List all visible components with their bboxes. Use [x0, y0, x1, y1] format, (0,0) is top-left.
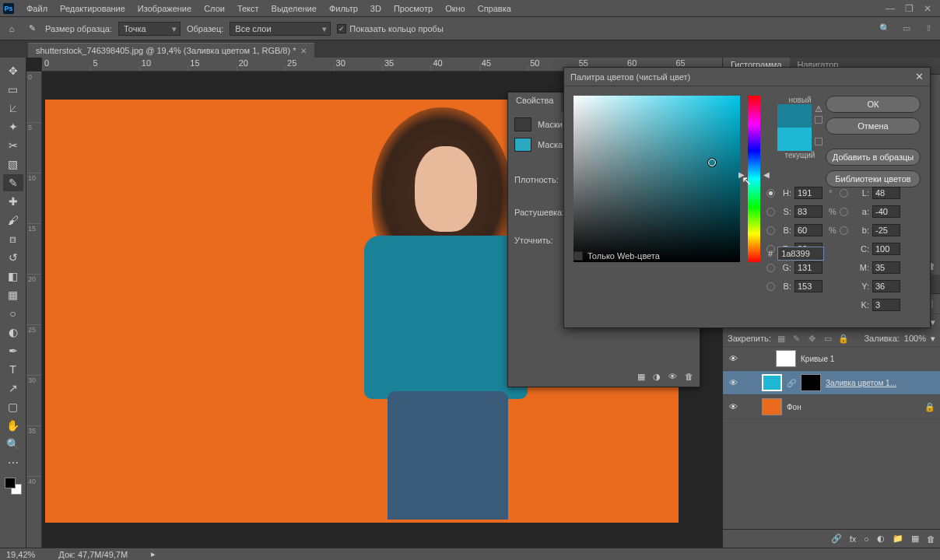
visibility-icon[interactable]: 👁	[728, 354, 738, 363]
link-icon[interactable]: 🔗	[787, 379, 796, 387]
lock-all-icon[interactable]: 🔒	[838, 333, 849, 344]
text-tool-icon[interactable]: T	[3, 361, 23, 378]
m-field[interactable]	[872, 261, 900, 274]
fg-color-swatch[interactable]	[5, 478, 16, 488]
gradient-tool-icon[interactable]: ▦	[3, 286, 23, 303]
tab-properties[interactable]: Свойства	[508, 93, 561, 111]
hue-slider[interactable]	[748, 96, 760, 262]
workspace-icon[interactable]: ▭	[900, 22, 914, 36]
menu-window[interactable]: Окно	[439, 0, 472, 17]
saturation-brightness-field[interactable]	[573, 96, 740, 262]
y-field[interactable]	[872, 280, 900, 292]
bright-field[interactable]	[794, 224, 822, 236]
group-icon[interactable]: 📁	[893, 534, 903, 544]
b-lab-field[interactable]	[872, 224, 900, 236]
sample-layers-dropdown[interactable]: Все слои	[230, 22, 331, 36]
blur-tool-icon[interactable]: ○	[3, 305, 23, 322]
zoom-tool-icon[interactable]: 🔍	[3, 436, 23, 453]
l-field[interactable]	[872, 187, 900, 199]
color-swatches[interactable]	[5, 478, 22, 495]
sample-size-dropdown[interactable]: Точка	[118, 22, 181, 36]
brush-tool-icon[interactable]: 🖌	[3, 212, 23, 229]
g-radio[interactable]	[766, 264, 775, 272]
lock-brush-icon[interactable]: ✎	[791, 333, 802, 344]
fill-value[interactable]: 100%	[904, 334, 926, 343]
history-brush-tool-icon[interactable]: ↺	[3, 249, 23, 266]
web-only-checkbox[interactable]: Только Web-цвета	[573, 251, 660, 261]
tab-close-icon[interactable]: ✕	[300, 47, 307, 55]
stamp-tool-icon[interactable]: ⧈	[3, 230, 23, 247]
layer-fill-color[interactable]: 👁 🔗 Заливка цветом 1...	[723, 371, 940, 395]
window-maximize-icon[interactable]: ❐	[900, 2, 918, 16]
pen-tool-icon[interactable]: ✒	[3, 342, 23, 359]
b-rgb-radio[interactable]	[766, 282, 775, 291]
opacity-menu-icon[interactable]: ▾	[931, 317, 935, 327]
menu-select[interactable]: Выделение	[265, 0, 323, 17]
show-ring-checkbox[interactable]: ✓ Показать кольцо пробы	[337, 24, 444, 33]
ok-button[interactable]: ОК	[826, 96, 921, 113]
b-hsb-radio[interactable]	[766, 226, 775, 235]
g-field[interactable]	[794, 261, 822, 274]
menu-view[interactable]: Просмотр	[388, 0, 439, 17]
gamut-warning-icon[interactable]: ⚠	[815, 104, 822, 114]
c-field[interactable]	[872, 243, 900, 255]
layer-curves[interactable]: 👁 Кривые 1	[723, 347, 940, 371]
link-layers-icon[interactable]: 🔗	[831, 534, 842, 544]
dodge-tool-icon[interactable]: ◐	[3, 324, 23, 341]
window-close-icon[interactable]: ✕	[918, 2, 937, 16]
visibility-icon[interactable]: 👁	[728, 402, 738, 411]
menu-layers[interactable]: Слои	[198, 0, 231, 17]
menu-edit[interactable]: Редактирование	[54, 0, 132, 17]
fill-menu-icon[interactable]: ▾	[931, 334, 935, 344]
b-lab-radio[interactable]	[840, 226, 848, 235]
frame-tool-icon[interactable]: ▧	[3, 156, 23, 173]
delete-mask-icon[interactable]: 🗑	[685, 372, 693, 382]
home-icon[interactable]: ⌂	[5, 22, 19, 36]
mask-add-icon[interactable]: ○	[864, 534, 869, 544]
add-to-swatches-button[interactable]: Добавить в образцы	[826, 149, 921, 166]
new-layer-icon[interactable]: ▦	[911, 534, 919, 544]
k-field[interactable]	[872, 299, 900, 311]
hue-field[interactable]	[794, 187, 822, 199]
a-field[interactable]	[872, 205, 900, 218]
sat-field[interactable]	[794, 205, 822, 218]
status-menu-icon[interactable]: ▸	[151, 549, 156, 559]
eyedropper-icon[interactable]: ✎	[25, 22, 39, 36]
lasso-tool-icon[interactable]: ⟀	[3, 100, 23, 117]
hue-radio[interactable]	[766, 189, 775, 198]
lock-artboard-icon[interactable]: ▭	[822, 333, 833, 344]
fx-icon[interactable]: fx	[850, 534, 857, 544]
lock-pixels-icon[interactable]: ▦	[776, 333, 787, 344]
heal-tool-icon[interactable]: ✚	[3, 193, 23, 210]
layer-mask-icon[interactable]: ▦	[637, 372, 645, 382]
a-radio[interactable]	[840, 208, 848, 216]
window-minimize-icon[interactable]: —	[881, 2, 900, 16]
visibility-icon[interactable]: 👁	[728, 378, 738, 387]
more-tool-icon[interactable]: ⋯	[3, 454, 23, 471]
zoom-value[interactable]: 19,42%	[6, 550, 35, 559]
crop-tool-icon[interactable]: ✂	[3, 137, 23, 154]
b-rgb-field[interactable]	[794, 280, 822, 292]
current-color-swatch[interactable]	[777, 128, 812, 151]
doc-size-value[interactable]: Док: 47,7M/49,7M	[58, 550, 128, 559]
menu-file[interactable]: Файл	[20, 0, 54, 17]
shape-tool-icon[interactable]: ▢	[3, 398, 23, 415]
view-mask-icon[interactable]: 👁	[668, 372, 677, 382]
invert-mask-icon[interactable]: ◑	[653, 372, 661, 382]
gamut-swatch-icon[interactable]	[815, 116, 822, 124]
document-tab[interactable]: shutterstock_746398405.jpg @ 19,4% (Зали…	[28, 43, 314, 58]
cancel-button[interactable]: Отмена	[826, 117, 921, 135]
quickselect-tool-icon[interactable]: ✦	[3, 118, 23, 135]
dialog-close-icon[interactable]: ✕	[915, 71, 924, 82]
eyedropper-tool-icon[interactable]: ✎	[3, 174, 23, 191]
eraser-tool-icon[interactable]: ◧	[3, 268, 23, 285]
marquee-tool-icon[interactable]: ▭	[3, 81, 23, 98]
menu-filter[interactable]: Фильтр	[323, 0, 364, 17]
menu-help[interactable]: Справка	[472, 0, 517, 17]
lock-move-icon[interactable]: ✥	[807, 333, 818, 344]
search-icon[interactable]: 🔍	[878, 22, 892, 36]
s-radio[interactable]	[766, 208, 775, 216]
menu-text[interactable]: Текст	[231, 0, 265, 17]
websafe-swatch-icon[interactable]	[815, 138, 822, 145]
l-radio[interactable]	[840, 189, 848, 198]
